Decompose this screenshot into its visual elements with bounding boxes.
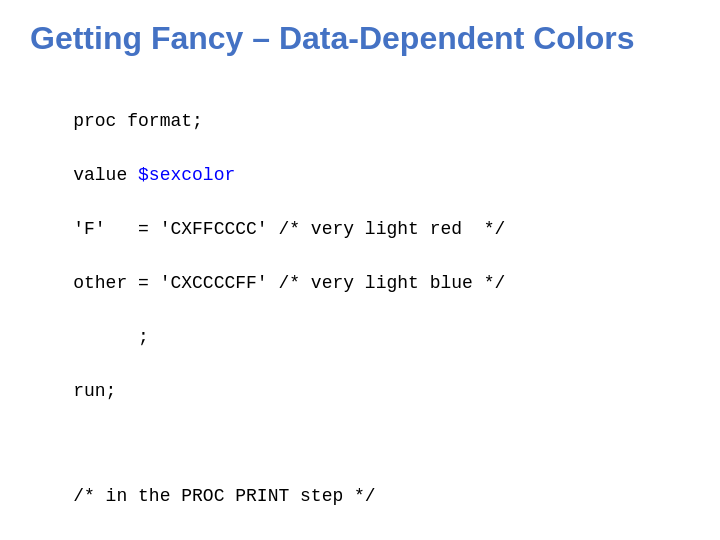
code-line-1: proc format; [73, 111, 203, 131]
code-value-prefix: value [73, 165, 138, 185]
code-line-5: ; [73, 327, 149, 347]
code-sexcolor-var: $sexcolor [138, 165, 235, 185]
slide-container: Getting Fancy – Data-Dependent Colors pr… [0, 0, 720, 540]
code-block-1: proc format; value $sexcolor 'F' = 'CXFF… [30, 81, 690, 432]
section-gap [30, 432, 690, 456]
code-line-6: run; [73, 381, 116, 401]
slide-title: Getting Fancy – Data-Dependent Colors [30, 20, 690, 57]
code-line-4: other = 'CXCCCCFF' /* very light blue */ [73, 273, 505, 293]
code-line-3: 'F' = 'CXFFCCCC' /* very light red */ [73, 219, 505, 239]
code-line-7: /* in the PROC PRINT step */ [73, 486, 375, 506]
code-block-2: /* in the PROC PRINT step */ var Sex / s… [30, 456, 690, 540]
code-line-2: value $sexcolor [73, 165, 235, 185]
